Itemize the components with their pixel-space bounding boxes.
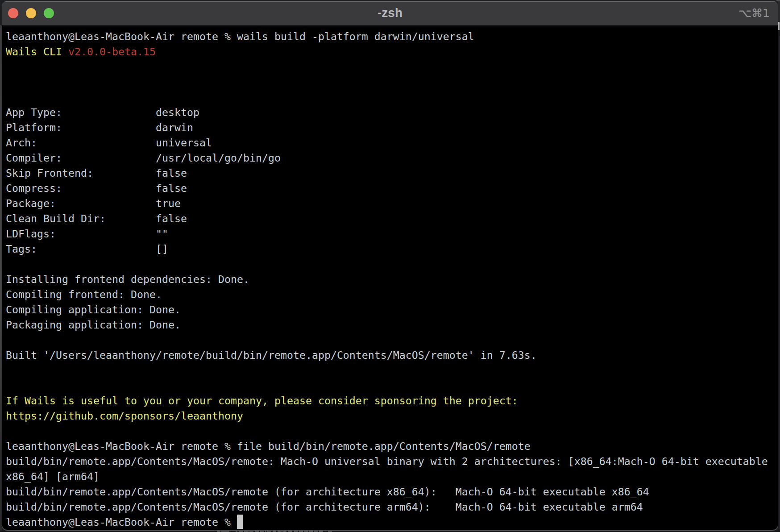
terminal-text-segment: leaanthony@Leas-MacBook-Air remote % wai…	[6, 30, 474, 42]
terminal-text-segment: Wails CLI	[6, 46, 68, 58]
terminal-text-segment: Arch: universal	[6, 137, 212, 149]
terminal-text-segment: Package: true	[6, 197, 181, 209]
terminal-text-segment: x86_64] [arm64]	[6, 470, 100, 482]
terminal-text-segment: build/bin/remote.app/Contents/MacOS/remo…	[6, 501, 643, 513]
terminal-line: Package: true	[6, 196, 778, 211]
terminal-line	[6, 332, 778, 348]
terminal-text-segment: leaanthony@Leas-MacBook-Air remote % fil…	[6, 440, 531, 452]
terminal-line: Compiler: /usr/local/go/bin/go	[6, 150, 778, 166]
terminal-text-segment: Compress: false	[6, 182, 187, 194]
terminal-line: x86_64] [arm64]	[6, 469, 778, 484]
terminal-line: Clean Build Dir: false	[6, 211, 778, 226]
terminal-text-segment: App Type: desktop	[6, 106, 199, 118]
terminal-line: Built '/Users/leaanthony/remote/build/bi…	[6, 348, 778, 363]
terminal-line: Wails CLI v2.0.0-beta.15	[6, 44, 778, 59]
terminal-text-segment: LDFlags: ""	[6, 228, 168, 240]
terminal-line: Compiling frontend: Done.	[6, 287, 778, 302]
terminal-screen[interactable]: leaanthony@Leas-MacBook-Air remote % wai…	[2, 25, 778, 531]
terminal-text-segment: leaanthony@Leas-MacBook-Air remote %	[6, 516, 237, 528]
terminal-text-segment: Installing frontend dependencies: Done.	[6, 273, 249, 285]
terminal-text-segment: v2.0.0-beta.15	[68, 46, 156, 58]
window-title: -zsh	[2, 1, 778, 25]
terminal-line: If Wails is useful to you or your compan…	[6, 393, 778, 408]
terminal-text-segment: Packaging application: Done.	[6, 319, 181, 331]
terminal-line: leaanthony@Leas-MacBook-Air remote %	[6, 515, 778, 530]
terminal-text-segment: Clean Build Dir: false	[6, 212, 187, 224]
terminal-text-segment: Skip Frontend: false	[6, 167, 187, 179]
background-window-text-fragment	[778, 22, 780, 30]
terminal-line	[6, 363, 778, 378]
terminal-text-segment: build/bin/remote.app/Contents/MacOS/remo…	[6, 455, 768, 467]
terminal-line	[6, 378, 778, 393]
terminal-line: build/bin/remote.app/Contents/MacOS/remo…	[6, 499, 778, 515]
terminal-output: leaanthony@Leas-MacBook-Air remote % wai…	[2, 25, 778, 530]
terminal-line	[6, 257, 778, 272]
terminal-text-segment: If Wails is useful to you or your compan…	[6, 395, 518, 407]
terminal-text-segment: build/bin/remote.app/Contents/MacOS/remo…	[6, 486, 649, 498]
terminal-text-segment: Built '/Users/leaanthony/remote/build/bi…	[6, 349, 537, 361]
terminal-text-segment: Tags: []	[6, 243, 168, 255]
terminal-cursor	[237, 515, 243, 529]
terminal-line: Skip Frontend: false	[6, 166, 778, 181]
terminal-text-segment: Compiling frontend: Done.	[6, 288, 162, 300]
terminal-text-segment: Compiling application: Done.	[6, 303, 181, 316]
terminal-line: Compiling application: Done.	[6, 302, 778, 317]
terminal-line: App Type: desktop	[6, 105, 778, 120]
terminal-line	[6, 424, 778, 439]
terminal-line	[6, 59, 778, 75]
terminal-line	[6, 90, 778, 105]
terminal-line: Tags: []	[6, 241, 778, 257]
terminal-line: leaanthony@Leas-MacBook-Air remote % fil…	[6, 439, 778, 454]
tab-shortcut-label: ⌥⌘1	[739, 1, 770, 25]
terminal-line	[6, 75, 778, 90]
terminal-text-segment: Compiler: /usr/local/go/bin/go	[6, 152, 281, 164]
terminal-line: build/bin/remote.app/Contents/MacOS/remo…	[6, 484, 778, 499]
terminal-window: -zsh ⌥⌘1 leaanthony@Leas-MacBook-Air rem…	[2, 1, 778, 531]
terminal-line: Compress: false	[6, 181, 778, 196]
titlebar[interactable]: -zsh ⌥⌘1	[2, 1, 778, 25]
terminal-text-segment: Platform: darwin	[6, 121, 193, 133]
terminal-line: Platform: darwin	[6, 120, 778, 135]
terminal-line: Packaging application: Done.	[6, 317, 778, 332]
terminal-line: leaanthony@Leas-MacBook-Air remote % wai…	[6, 29, 778, 44]
terminal-line: Installing frontend dependencies: Done.	[6, 272, 778, 287]
terminal-line: https://github.com/sponsors/leaanthony	[6, 408, 778, 424]
terminal-line: build/bin/remote.app/Contents/MacOS/remo…	[6, 454, 778, 469]
terminal-line: Arch: universal	[6, 135, 778, 150]
terminal-text-segment: https://github.com/sponsors/leaanthony	[6, 410, 243, 422]
terminal-line: LDFlags: ""	[6, 226, 778, 241]
